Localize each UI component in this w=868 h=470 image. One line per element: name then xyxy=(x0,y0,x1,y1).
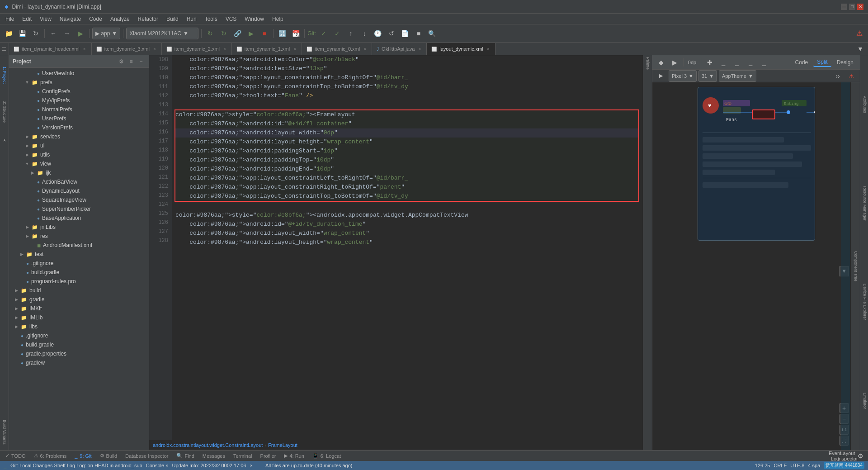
save-button[interactable]: 💾 xyxy=(16,28,28,39)
tree-item-SquareImageView[interactable]: ●SquareImageView xyxy=(9,195,149,204)
breadcrumb-constraintlayout[interactable]: androidx.constraintlayout.widget.Constra… xyxy=(153,442,263,448)
design-theme-dropdown[interactable]: AppTheme ▼ xyxy=(719,70,756,82)
tree-arrow[interactable]: ▶ xyxy=(24,152,30,157)
tree-item-gradlew[interactable]: ●gradlew xyxy=(9,358,149,367)
tree-arrow[interactable]: ▶ xyxy=(14,306,19,311)
attributes-tab[interactable]: Attributes xyxy=(860,55,868,154)
tree-item-prefs[interactable]: ▼📁prefs xyxy=(9,78,149,87)
tree-item-AndroidManifest-xml[interactable]: ◼AndroidManifest.xml xyxy=(9,241,149,250)
close-button[interactable]: ✕ xyxy=(857,4,863,10)
tree-arrow[interactable]: ▶ xyxy=(19,252,24,256)
git-fetch-button[interactable]: ↓ xyxy=(359,28,370,39)
bottom-tab-db-inspector[interactable]: Database Inspector xyxy=(122,451,172,461)
git-annotate-button[interactable]: 📄 xyxy=(399,28,411,39)
tree-item-BaseApplication[interactable]: ●BaseApplication xyxy=(9,214,149,223)
tree-item-res[interactable]: ▶📁res xyxy=(9,232,149,241)
tree-arrow[interactable]: ▶ xyxy=(24,234,30,238)
tab-close-3[interactable]: × xyxy=(222,46,227,52)
bottom-tab-messages[interactable]: Messages xyxy=(199,451,229,461)
tree-item-gradle-properties[interactable]: ●gradle.properties xyxy=(9,349,149,358)
coverage-button[interactable]: 🔢 xyxy=(276,28,288,39)
tree-item--gitignore[interactable]: ●.gitignore xyxy=(9,331,149,340)
design-constraint2-button[interactable]: ⎯ xyxy=(717,57,729,68)
bottom-tab-terminal[interactable]: Terminal xyxy=(230,451,256,461)
menu-refactor[interactable]: Refactor xyxy=(134,15,162,23)
bottom-tab-build[interactable]: ⚙ Build xyxy=(96,451,121,461)
sidebar-tab-project[interactable]: 1: Project xyxy=(0,57,9,93)
tree-arrow[interactable]: ▶ xyxy=(24,143,30,148)
tree-arrow[interactable]: ▶ xyxy=(24,134,30,139)
design-align-button[interactable]: ⎯ xyxy=(758,57,770,68)
settings-button[interactable]: ⚙ xyxy=(854,450,866,461)
open-file-button[interactable]: 📁 xyxy=(3,28,14,39)
tree-item-ActionBarView[interactable]: ●ActionBarView xyxy=(9,177,149,186)
git-revert-button[interactable]: ↺ xyxy=(386,28,397,39)
tree-item-MyVipPrefs[interactable]: ●MyVipPrefs xyxy=(9,96,149,105)
tree-arrow[interactable]: ▶ xyxy=(14,297,19,302)
bottom-tab-git[interactable]: ⎯ 9: Git xyxy=(71,451,95,461)
notification-button[interactable]: ⚠ xyxy=(854,28,865,39)
tree-item-build-gradle[interactable]: ●build.gradle xyxy=(9,268,149,277)
design-api-dropdown[interactable]: 31 ▼ xyxy=(698,70,717,82)
tab-close-active[interactable]: × xyxy=(486,46,491,52)
tab-close-4[interactable]: × xyxy=(292,46,297,52)
tab-close-6[interactable]: × xyxy=(417,46,422,52)
design-magnet-button[interactable]: ◆ xyxy=(655,57,667,68)
menu-window[interactable]: Window xyxy=(241,15,268,23)
panel-minimize-button[interactable]: − xyxy=(137,57,145,66)
run-sync2-button[interactable]: ↻ xyxy=(218,28,230,39)
menu-vcs[interactable]: VCS xyxy=(222,15,241,23)
tree-arrow[interactable]: ▼ xyxy=(24,161,30,166)
menu-tools[interactable]: Tools xyxy=(201,15,221,23)
tree-arrow[interactable]: ▶ xyxy=(24,225,30,229)
tab-close-2[interactable]: × xyxy=(152,46,157,52)
sidebar-tab-bookmarks[interactable]: ★ xyxy=(0,131,9,149)
tab-item-dynamic-header[interactable]: ⬜ item_dynamic_header.xml × xyxy=(9,43,92,55)
design-split-tab[interactable]: Split xyxy=(813,58,831,67)
tree-item-build[interactable]: ▶📁build xyxy=(9,286,149,295)
tree-item--gitignore[interactable]: ●.gitignore xyxy=(9,259,149,268)
tree-item-SuperNumberPicker[interactable]: ●SuperNumberPicker xyxy=(9,204,149,214)
tree-item-build-gradle[interactable]: ●build.gradle xyxy=(9,340,149,349)
menu-navigate[interactable]: Navigate xyxy=(56,15,85,23)
menu-analyze[interactable]: Analyze xyxy=(107,15,133,23)
tree-item-utils[interactable]: ▶📁utils xyxy=(9,150,149,159)
tree-item-libs[interactable]: ▶📁libs xyxy=(9,322,149,331)
tree-item-DynamicLayout[interactable]: ●DynamicLayout xyxy=(9,186,149,195)
tree-item-view[interactable]: ▼📁view xyxy=(9,159,149,168)
tree-arrow[interactable]: ▶ xyxy=(14,324,19,329)
code-lines[interactable]: color:#9876aa;">android:textColor="@colo… xyxy=(172,55,643,440)
attach-button[interactable]: 🔗 xyxy=(231,28,243,39)
layout-inspector-button[interactable]: Layout Inspector xyxy=(842,450,854,461)
resource-manager-tab[interactable]: Resource Manager xyxy=(860,154,868,252)
tree-arrow[interactable]: ▶ xyxy=(30,171,35,175)
git-pull-button[interactable]: ↑ xyxy=(345,28,357,39)
search-everywhere-button[interactable]: 🔍 xyxy=(426,28,438,39)
tab-item-dynamic-0[interactable]: ⬜ item_dynamic_0.xml × xyxy=(302,43,372,55)
design-warning-button[interactable]: ⚠ xyxy=(845,70,857,82)
git-commit-button[interactable]: ✓ xyxy=(331,28,343,39)
tree-item-UserPrefs[interactable]: ●UserPrefs xyxy=(9,114,149,123)
tree-item-ui[interactable]: ▶📁ui xyxy=(9,141,149,150)
menu-file[interactable]: File xyxy=(2,15,18,23)
tree-item-jniLibs[interactable]: ▶📁jniLibs xyxy=(9,223,149,232)
design-zero-dp-button[interactable]: 0dp xyxy=(686,57,698,68)
tab-layout-dynamic[interactable]: ⬜ layout_dynamic.xml × xyxy=(427,43,495,55)
app-config-dropdown[interactable]: ▶ app ▼ xyxy=(92,28,120,39)
design-design-tab[interactable]: Design xyxy=(833,58,857,66)
tree-item-IMLib[interactable]: ▶📁IMLib xyxy=(9,313,149,322)
bottom-tab-find[interactable]: 🔍 Find xyxy=(173,451,198,461)
device-file-explorer-tab[interactable]: Device File Explorer xyxy=(860,253,868,351)
tree-item-test[interactable]: ▶📁test xyxy=(9,250,149,259)
bottom-tab-problems[interactable]: ⚠ 6: Problems xyxy=(30,451,71,461)
console-tab[interactable]: Console × xyxy=(146,463,169,468)
tab-item-dynamic-2[interactable]: ⬜ item_dynamic_2.xml × xyxy=(162,43,232,55)
menu-help[interactable]: Help xyxy=(269,15,287,23)
tree-item-IMKit[interactable]: ▶📁IMKit xyxy=(9,304,149,313)
tree-item-ijk[interactable]: ▶📁ijk xyxy=(9,168,149,177)
panel-settings-button[interactable]: ⚙ xyxy=(117,57,125,66)
tab-item-dynamic-1[interactable]: ⬜ item_dynamic_1.xml × xyxy=(232,43,302,55)
breadcrumb-framelayout[interactable]: FrameLayout xyxy=(268,442,297,448)
device-dropdown[interactable]: Xiaomi M2012K11AC ▼ xyxy=(126,28,198,39)
profile-button[interactable]: 📆 xyxy=(290,28,302,39)
